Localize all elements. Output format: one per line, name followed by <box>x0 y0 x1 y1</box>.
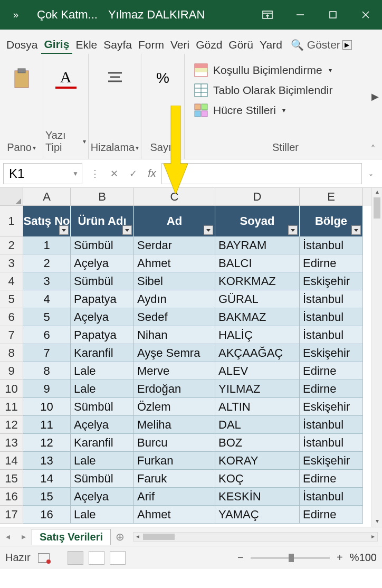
insert-function-button[interactable]: fx <box>142 163 161 184</box>
scroll-thumb[interactable] <box>374 197 380 219</box>
row-header[interactable]: 5 <box>0 290 23 308</box>
name-box[interactable]: K1 ▼ <box>3 163 82 184</box>
cell[interactable]: BAKMAZ <box>215 308 300 326</box>
cell[interactable]: İstanbul <box>300 290 363 308</box>
cell[interactable]: KORKMAZ <box>215 272 300 290</box>
cell[interactable]: 11 <box>23 416 71 434</box>
filter-button[interactable] <box>351 225 361 235</box>
paste-icon[interactable] <box>11 68 32 89</box>
chevron-down-icon[interactable]: ▾ <box>136 144 139 151</box>
format-as-table-button[interactable]: Tablo Olarak Biçimlendir <box>194 80 377 100</box>
column-header-b[interactable]: B <box>71 188 134 206</box>
tell-me-search[interactable]: 🔍 Göster <box>291 39 340 51</box>
cell[interactable]: BALCI <box>215 254 300 272</box>
filter-button[interactable] <box>288 225 298 235</box>
chevron-down-icon[interactable]: ▼ <box>72 170 79 177</box>
cell[interactable]: 16 <box>23 506 71 524</box>
cell[interactable]: Aydın <box>134 290 215 308</box>
row-header[interactable]: 3 <box>0 254 23 272</box>
cell[interactable]: Sümbül <box>71 470 134 488</box>
cell[interactable]: Edirne <box>300 362 363 380</box>
row-header[interactable]: 7 <box>0 326 23 344</box>
row-header[interactable]: 12 <box>0 416 23 434</box>
cell[interactable]: 2 <box>23 254 71 272</box>
cell[interactable]: Merve <box>134 362 215 380</box>
cell[interactable]: 7 <box>23 344 71 362</box>
row-header[interactable]: 10 <box>0 380 23 398</box>
cell-styles-button[interactable]: Hücre Stilleri▾ <box>194 100 377 120</box>
number-format-icon[interactable]: % <box>152 68 174 89</box>
maximize-button[interactable] <box>317 0 349 30</box>
zoom-thumb[interactable] <box>289 554 294 562</box>
cell[interactable]: KORAY <box>215 452 300 470</box>
tab-page[interactable]: Sayfa <box>100 36 135 53</box>
collapse-ribbon-button[interactable]: ˄ <box>370 143 376 156</box>
zoom-slider[interactable] <box>251 557 330 559</box>
cell[interactable]: 3 <box>23 272 71 290</box>
tab-insert[interactable]: Ekle <box>72 36 100 53</box>
cell[interactable]: 4 <box>23 290 71 308</box>
table-header-cell[interactable]: Satış No <box>23 206 71 236</box>
cell[interactable]: Erdoğan <box>134 380 215 398</box>
cell[interactable]: 1 <box>23 236 71 254</box>
chevron-down-icon[interactable]: ▾ <box>33 144 36 151</box>
filter-button[interactable] <box>204 225 213 235</box>
cell[interactable]: İstanbul <box>300 326 363 344</box>
row-header[interactable]: 9 <box>0 362 23 380</box>
cell[interactable]: İstanbul <box>300 416 363 434</box>
scroll-up-button[interactable]: ▴ <box>372 188 382 197</box>
cell[interactable]: Edirne <box>300 254 363 272</box>
cell[interactable]: Meliha <box>134 416 215 434</box>
cell[interactable]: Açelya <box>71 308 134 326</box>
sheet-nav-prev[interactable]: ◂ <box>0 532 16 542</box>
cell[interactable]: Ayşe Semra <box>134 344 215 362</box>
cell[interactable]: Papatya <box>71 290 134 308</box>
tab-formulas[interactable]: Form <box>135 36 167 53</box>
table-header-cell[interactable]: Bölge <box>300 206 363 236</box>
minimize-button[interactable] <box>284 0 317 30</box>
scroll-down-button[interactable]: ▾ <box>372 517 382 527</box>
tab-help[interactable]: Yard <box>256 36 285 53</box>
row-header[interactable]: 1 <box>0 206 23 236</box>
row-header[interactable]: 11 <box>0 398 23 416</box>
expand-formula-bar-button[interactable]: ⌄ <box>368 170 378 177</box>
cell[interactable]: 13 <box>23 452 71 470</box>
cell[interactable]: BOZ <box>215 434 300 452</box>
cell[interactable]: 6 <box>23 326 71 344</box>
column-header-d[interactable]: D <box>215 188 300 206</box>
cancel-formula-button[interactable]: ✕ <box>104 163 123 184</box>
scroll-left-button[interactable]: ◂ <box>133 533 142 540</box>
cell[interactable]: Eskişehir <box>300 272 363 290</box>
add-sheet-button[interactable]: ⊕ <box>111 530 129 543</box>
zoom-out-button[interactable]: − <box>236 552 245 564</box>
cell[interactable]: HALİÇ <box>215 326 300 344</box>
view-page-layout-button[interactable] <box>89 551 104 565</box>
row-header[interactable]: 16 <box>0 488 23 506</box>
cell[interactable]: Serdar <box>134 236 215 254</box>
row-header[interactable]: 13 <box>0 434 23 452</box>
chevron-down-icon[interactable]: ▾ <box>83 138 86 145</box>
cell[interactable]: Faruk <box>134 470 215 488</box>
cell[interactable]: 9 <box>23 380 71 398</box>
cell[interactable]: Burcu <box>134 434 215 452</box>
tab-home[interactable]: Giriş <box>41 36 73 54</box>
horizontal-scrollbar[interactable]: ◂ ▸ <box>133 532 378 542</box>
column-header-c[interactable]: C <box>134 188 215 206</box>
tab-review[interactable]: Gözd <box>193 36 225 53</box>
cell[interactable]: Eskişehir <box>300 452 363 470</box>
cell[interactable]: Ahmet <box>134 506 215 524</box>
cell[interactable]: Edirne <box>300 470 363 488</box>
cell[interactable]: İstanbul <box>300 434 363 452</box>
zoom-in-button[interactable]: + <box>335 552 345 564</box>
tab-file[interactable]: Dosya <box>3 36 41 53</box>
cell[interactable]: Lale <box>71 380 134 398</box>
cell[interactable]: Lale <box>71 506 134 524</box>
cell[interactable]: ALTIN <box>215 398 300 416</box>
formula-input[interactable] <box>161 163 362 184</box>
cell[interactable]: 15 <box>23 488 71 506</box>
cell[interactable]: Eskişehir <box>300 398 363 416</box>
cell[interactable]: Karanfil <box>71 434 134 452</box>
row-header[interactable]: 8 <box>0 344 23 362</box>
cell[interactable]: 10 <box>23 398 71 416</box>
macro-record-icon[interactable] <box>38 553 50 563</box>
